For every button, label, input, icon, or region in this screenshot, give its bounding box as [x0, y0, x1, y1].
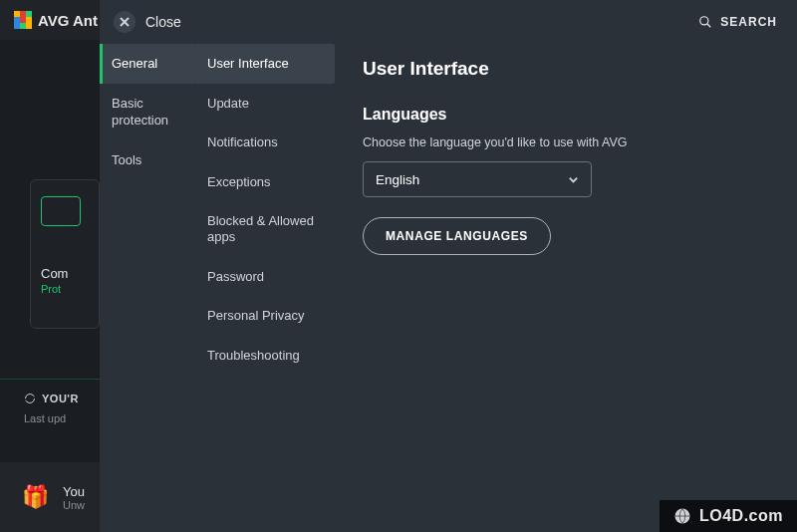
bg-card-title: Com [41, 266, 89, 281]
nav2-notifications[interactable]: Notifications [195, 123, 335, 162]
svg-line-3 [707, 24, 711, 28]
close-button[interactable]: Close [114, 11, 181, 33]
search-button[interactable]: SEARCH [698, 15, 777, 29]
nav1-general[interactable]: General [100, 44, 195, 84]
nav2-blocked-allowed[interactable]: Blocked & Allowed apps [195, 201, 335, 256]
bg-last-update: Last upd [24, 412, 66, 424]
nav2-user-interface[interactable]: User Interface [195, 44, 335, 84]
search-label: SEARCH [720, 15, 777, 29]
monitor-icon [41, 196, 81, 226]
bg-card-computer[interactable]: Com Prot [30, 179, 100, 329]
section-title-languages: Languages [363, 106, 769, 124]
nav1-basic-protection[interactable]: Basic protection [100, 84, 195, 140]
avg-logo-icon [14, 11, 32, 29]
nav2-personal-privacy[interactable]: Personal Privacy [195, 296, 335, 336]
nav2-update[interactable]: Update [195, 84, 335, 124]
bg-card-subtitle: Prot [41, 283, 89, 295]
close-icon [114, 11, 135, 33]
chevron-down-icon [568, 174, 579, 185]
svg-point-2 [700, 17, 708, 25]
settings-nav-primary: General Basic protection Tools [100, 44, 195, 532]
nav2-troubleshooting[interactable]: Troubleshooting [195, 336, 335, 376]
nav2-password[interactable]: Password [195, 257, 335, 297]
bg-status: YOU'R [24, 393, 79, 404]
search-icon [698, 15, 712, 29]
settings-nav-secondary: User Interface Update Notifications Exce… [195, 44, 335, 532]
language-helptext: Choose the language you'd like to use wi… [363, 135, 769, 149]
watermark-text: LO4D.com [699, 507, 783, 525]
bg-banner-title: You [63, 484, 85, 499]
language-select[interactable]: English [363, 161, 592, 197]
app-name: AVG Ant [38, 12, 98, 29]
watermark: LO4D.com [660, 500, 797, 532]
bg-banner-subtitle: Unw [63, 499, 85, 511]
settings-content: User Interface Languages Choose the lang… [335, 44, 797, 532]
settings-body: General Basic protection Tools User Inte… [100, 44, 797, 532]
avg-logo: AVG Ant [14, 11, 98, 29]
settings-panel: Close SEARCH General Basic protection To… [100, 0, 797, 532]
close-label: Close [145, 14, 181, 30]
manage-languages-button[interactable]: MANAGE LANGUAGES [363, 217, 551, 255]
nav1-tools[interactable]: Tools [100, 140, 195, 180]
globe-icon [673, 507, 691, 525]
language-select-value: English [376, 172, 419, 187]
page-title: User Interface [363, 58, 769, 80]
settings-header: Close SEARCH [100, 0, 797, 44]
gift-icon: 🎁 [22, 484, 49, 510]
nav2-exceptions[interactable]: Exceptions [195, 162, 335, 202]
refresh-icon [24, 393, 36, 404]
